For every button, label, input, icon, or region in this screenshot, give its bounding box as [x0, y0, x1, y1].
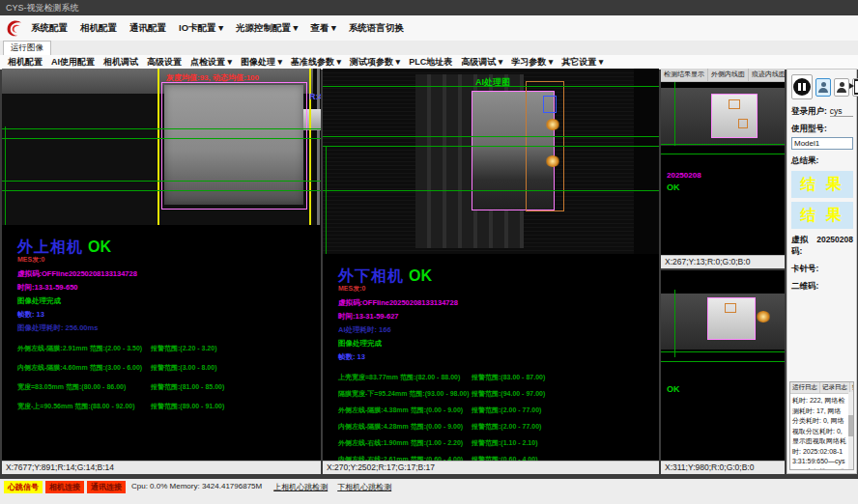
meta-line: 虚拟码:OFFline20250208133134728 [17, 269, 321, 279]
exit-button[interactable] [852, 78, 858, 97]
menu-item[interactable]: 光源控制配置 ▾ [236, 22, 298, 35]
aux-panel-2: OK X:311;Y:980;R:0;G:0;B:0 [661, 270, 785, 474]
toolbar-item[interactable]: 基准线参数 ▾ [291, 56, 341, 69]
aux-code-label: 20250208 [667, 171, 701, 180]
tab-run-image[interactable]: 运行图像 [3, 41, 51, 55]
user-button[interactable] [834, 78, 849, 97]
model-label: 使用型号: [791, 124, 827, 135]
detection-box [738, 119, 748, 128]
status-badge: 相机连接 [45, 481, 84, 493]
toolbar-item[interactable]: 相机配置 [8, 56, 43, 69]
pin-row: 卡针号: [791, 264, 853, 275]
app-window: CYS-视觉检测系统 系统配置相机配置通讯配置IO卡配置 ▾光源控制配置 ▾查看… [0, 0, 858, 504]
log-tab[interactable]: 运行日志 [790, 382, 820, 393]
toolbar-item[interactable]: 点检设置 ▾ [190, 56, 232, 69]
total-result-row: 总结果: [791, 155, 853, 167]
ai-image-label: AI处理图 [475, 76, 510, 89]
menu-item[interactable]: 系统配置 [31, 22, 68, 35]
status-bar: 心跳信号相机连接通讯连接 Cpu: 0.0% Memory: 3424.4179… [0, 479, 858, 504]
toolbar-item[interactable]: 高级调试 ▾ [461, 56, 502, 69]
log-box: 运行日志记录日志报错日志 耗时: 222, 网络检测耗时: 17, 网络分类耗时… [789, 381, 854, 470]
aux-image-1[interactable]: 20250208 OK [661, 82, 785, 256]
toolbar-item[interactable]: 相机调试 [103, 56, 138, 69]
measure-line-green [2, 128, 321, 129]
camera-image-lower-outer[interactable]: AI处理图 [323, 69, 659, 254]
toolbar-item[interactable]: 学习参数 ▾ [511, 56, 553, 69]
log-tabs: 运行日志记录日志报错日志 [790, 382, 853, 394]
measurement-alarm: 报警范围:(94.00 - 97.00) [472, 389, 545, 399]
measurement-row: 外侧左线-隔膜:4.38mm 范围:(0.00 - 9.00) 报警范围:(2.… [323, 406, 659, 415]
machine-dark-right [634, 69, 659, 254]
meta-line: 图像处理完成 [338, 339, 659, 349]
camera-panel-lower-outer: AI处理图 外下相机OK MES发:0 虚拟码:OFFline202502081… [323, 69, 659, 474]
meta-line: 帧数: 13 [17, 310, 321, 320]
aux-image-2[interactable]: OK [661, 270, 785, 462]
measurement-alarm: 报警范围:(81.00 - 85.00) [151, 382, 224, 392]
status-links: 上相机心跳检测下相机心跳检测 [273, 481, 391, 492]
pin-label: 卡针号: [791, 264, 818, 275]
result-badge: 结 果 [791, 171, 853, 198]
status-badges: 心跳信号相机连接通讯连接 [4, 481, 126, 493]
aux-view-tabs: 检测结果显示外侧内线图痕迹内线图 [661, 69, 785, 82]
aux-view-tab[interactable]: 检测结果显示 [661, 69, 708, 81]
menu-item[interactable]: 相机配置 [80, 22, 117, 35]
log-scrollbar[interactable] [848, 392, 853, 469]
scrollbar-thumb[interactable] [848, 415, 853, 436]
meta-line: AI处理耗时: 166 [338, 325, 659, 335]
meta-lines: 虚拟码:OFFline20250208133134728时间:13-31-59-… [17, 269, 321, 333]
result-badge: 结 果 [791, 202, 853, 229]
toolbar-item[interactable]: 高级设置 [147, 56, 182, 69]
menu-item[interactable]: 通讯配置 [129, 22, 166, 35]
menu-item[interactable]: 查看 ▾ [310, 22, 335, 35]
toolbar-item[interactable]: AI使用配置 [51, 56, 95, 69]
measurement-alarm: 报警范围:(2.00 - 77.00) [472, 406, 541, 415]
pixel-coord-bar: X:311;Y:980;R:0;G:0;B:0 [661, 461, 785, 474]
toolbar-item[interactable]: 图像处理 ▾ [241, 56, 282, 69]
exit-icon [854, 79, 858, 95]
cpu-memory-readout: Cpu: 0.0% Memory: 3424.41796875M [131, 481, 262, 490]
menu-item[interactable]: IO卡配置 ▾ [179, 22, 223, 35]
measurement-value: 内侧左线-隔膜:4.60mm 范围:(3.00 - 6.00) [17, 363, 151, 373]
pause-button[interactable] [791, 74, 813, 99]
window-titlebar: CYS-视觉检测系统 [0, 0, 858, 15]
virtual-code-value: 20250208 [816, 235, 853, 244]
menu-item[interactable]: 系统语言切换 [349, 22, 404, 35]
window-title: CYS-视觉检测系统 [6, 3, 79, 13]
measure-line-green [2, 138, 321, 139]
measurement-value: 外侧左线-右线:1.90mm 范围:(1.00 - 2.20) [338, 438, 472, 448]
measure-line-green [661, 144, 785, 145]
app-logo-icon [4, 17, 25, 39]
measure-line-green [661, 361, 785, 362]
aux-view-tab[interactable]: 外侧内线图 [708, 69, 749, 81]
bright-spot [545, 119, 560, 130]
toolbar-item[interactable]: 测试项参数 ▾ [350, 56, 400, 69]
heartbeat-link[interactable]: 下相机心跳检测 [337, 481, 391, 492]
measurement-alarm: 报警范围:(3.00 - 8.00) [151, 363, 216, 373]
status-ok: OK [409, 267, 432, 284]
status-badge: 心跳信号 [4, 481, 43, 493]
measurement-alarm: 报警范围:(89.00 - 91.00) [151, 402, 224, 411]
toolbar: 相机配置AI使用配置相机调试高级设置点检设置 ▾图像处理 ▾基准线参数 ▾测试项… [0, 55, 858, 70]
camera-panel-upper-outer: 灰度均值:93, 动态均值:100 R:46 外上相机OK MES发:0 虚拟码… [2, 69, 321, 474]
measurement-row: 内侧左线-隔膜:4.60mm 范围:(3.00 - 6.00) 报警范围:(3.… [2, 363, 321, 373]
login-user-label: 登录用户: [791, 106, 827, 118]
detection-box [729, 99, 740, 109]
heartbeat-link[interactable]: 上相机心跳检测 [273, 481, 328, 492]
log-tab[interactable]: 记录日志 [820, 382, 850, 393]
model-select[interactable]: Model1 [791, 137, 853, 150]
measure-line-green [2, 181, 321, 182]
operator-button[interactable] [815, 78, 831, 97]
toolbar-item[interactable]: 其它设置 ▾ [561, 56, 603, 69]
measurement-row: 外侧左线-右线:1.90mm 范围:(1.00 - 2.20) 报警范围:(1.… [323, 438, 659, 448]
camera-image-upper-outer[interactable]: 灰度均值:93, 动态均值:100 R:46 [2, 69, 321, 225]
aux-view-tab[interactable]: 痕迹内线图 [749, 69, 789, 81]
detection-box [725, 303, 736, 313]
measurement-row: 内侧左线-隔膜:4.28mm 范围:(0.00 - 9.00) 报警范围:(2.… [323, 422, 659, 432]
measure-line-green-vertical [326, 146, 327, 254]
measure-line-green-vertical [5, 126, 6, 225]
result-block-lower: 外下相机OK MES发:0 虚拟码:OFFline202502081331347… [323, 266, 659, 471]
toolbar-item[interactable]: PLC地址表 [409, 56, 452, 69]
tab-bar: 运行图像 [0, 41, 858, 56]
menu-items: 系统配置相机配置通讯配置IO卡配置 ▾光源控制配置 ▾查看 ▾系统语言切换 [31, 22, 404, 35]
measurement-list: 上壳宽度=83.77mm 范围:(82.00 - 88.00) 报警范围:(83… [323, 373, 659, 471]
